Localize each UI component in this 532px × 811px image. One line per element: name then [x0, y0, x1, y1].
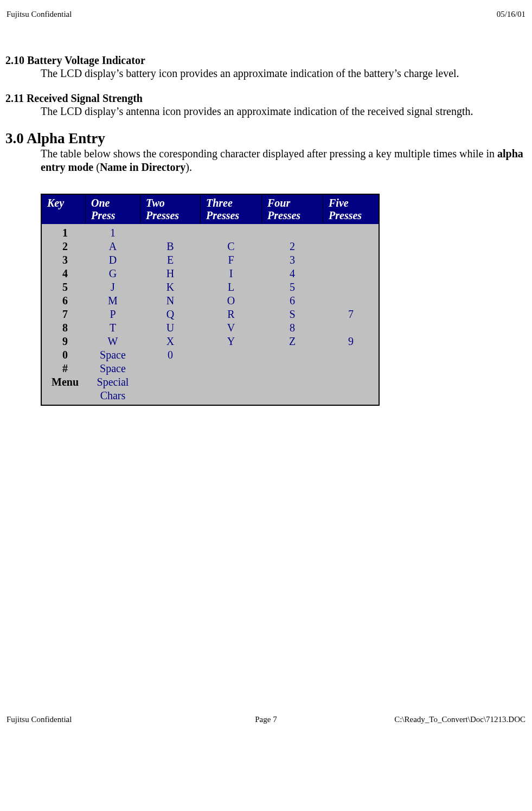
th-five-line2: Presses	[329, 209, 362, 221]
cell-four: S	[262, 308, 323, 321]
header-right: 05/16/01	[497, 10, 525, 19]
cell-four: 6	[262, 294, 323, 308]
cell-two	[140, 375, 201, 405]
alpha-entry-table: Key One Press Two Presses Three Presses	[41, 194, 380, 406]
cell-one: W	[86, 335, 140, 348]
cell-key: 1	[41, 224, 86, 240]
cell-four: 4	[262, 267, 323, 280]
cell-five	[323, 280, 380, 294]
cell-three: F	[201, 253, 262, 267]
cell-key: 2	[41, 240, 86, 253]
cell-one: G	[86, 267, 140, 280]
th-three-line1: Three	[206, 197, 233, 209]
cell-four: 2	[262, 240, 323, 253]
cell-five	[323, 224, 380, 240]
cell-one: M	[86, 294, 140, 308]
cell-one: 1	[86, 224, 140, 240]
page-footer: Fujitsu Confidential Page 7 C:\Ready_To_…	[5, 715, 527, 724]
cell-four	[262, 362, 323, 375]
cell-three	[201, 362, 262, 375]
page-content: 2.10 Battery Voltage Indicator The LCD d…	[5, 54, 527, 406]
table-row: 7 P Q R S 7	[41, 308, 379, 321]
th-two-line1: Two	[146, 197, 165, 209]
cell-five	[323, 348, 380, 362]
cell-three: C	[201, 240, 262, 253]
cell-three	[201, 375, 262, 405]
cell-one: T	[86, 321, 140, 335]
cell-one: P	[86, 308, 140, 321]
cell-one: Space	[86, 348, 140, 362]
section-3-0-body-bold2: Name in Directory	[100, 161, 185, 173]
cell-key: 3	[41, 253, 86, 267]
cell-three	[201, 224, 262, 240]
cell-two	[140, 362, 201, 375]
cell-one: Space	[86, 362, 140, 375]
table-row: 9 W X Y Z 9	[41, 335, 379, 348]
cell-five	[323, 321, 380, 335]
table-header-row: Key One Press Two Presses Three Presses	[41, 194, 379, 224]
cell-key: Menu	[41, 375, 86, 405]
cell-five	[323, 240, 380, 253]
cell-three	[201, 348, 262, 362]
cell-two: E	[140, 253, 201, 267]
cell-four: 8	[262, 321, 323, 335]
th-three: Three Presses	[201, 194, 262, 224]
cell-one: J	[86, 280, 140, 294]
cell-two: Q	[140, 308, 201, 321]
cell-key: 8	[41, 321, 86, 335]
table-row: 8 T U V 8	[41, 321, 379, 335]
th-five: Five Presses	[323, 194, 380, 224]
table-row: 2 A B C 2	[41, 240, 379, 253]
cell-four: 5	[262, 280, 323, 294]
cell-key: 7	[41, 308, 86, 321]
cell-key: 9	[41, 335, 86, 348]
cell-five	[323, 362, 380, 375]
footer-left: Fujitsu Confidential	[7, 715, 180, 724]
page-header: Fujitsu Confidential 05/16/01	[5, 10, 527, 19]
section-3-0-body-post: ).	[185, 161, 192, 173]
alpha-entry-table-wrap: Key One Press Two Presses Three Presses	[41, 194, 527, 406]
table-row: 4 G H I 4	[41, 267, 379, 280]
cell-five: 9	[323, 335, 380, 348]
th-key: Key	[41, 194, 86, 224]
th-four-line1: Four	[267, 197, 290, 209]
cell-one: D	[86, 253, 140, 267]
section-2-10-heading: 2.10 Battery Voltage Indicator	[5, 54, 527, 67]
cell-two: H	[140, 267, 201, 280]
cell-three: R	[201, 308, 262, 321]
cell-three: Y	[201, 335, 262, 348]
th-five-line1: Five	[329, 197, 349, 209]
footer-center: Page 7	[180, 715, 352, 724]
table-row: # Space	[41, 362, 379, 375]
cell-three: O	[201, 294, 262, 308]
section-2-11-heading: 2.11 Received Signal Strength	[5, 92, 527, 105]
cell-key: 0	[41, 348, 86, 362]
cell-one: Special Chars	[86, 375, 140, 405]
table-body: 1 1 2 A B C 2 3 D E	[41, 224, 379, 405]
cell-key: 4	[41, 267, 86, 280]
section-3-0-body-mid: (	[93, 161, 100, 173]
cell-key: 5	[41, 280, 86, 294]
footer-right: C:\Ready_To_Convert\Doc\71213.DOC	[352, 715, 525, 724]
table-row: 0 Space 0	[41, 348, 379, 362]
th-four-line2: Presses	[267, 209, 300, 221]
cell-four: Z	[262, 335, 323, 348]
cell-two: U	[140, 321, 201, 335]
cell-key: #	[41, 362, 86, 375]
cell-one: A	[86, 240, 140, 253]
th-three-line2: Presses	[206, 209, 239, 221]
cell-four	[262, 348, 323, 362]
cell-key: 6	[41, 294, 86, 308]
cell-five	[323, 294, 380, 308]
cell-four	[262, 224, 323, 240]
header-left: Fujitsu Confidential	[7, 10, 72, 19]
cell-three: V	[201, 321, 262, 335]
cell-five	[323, 267, 380, 280]
th-one-line1: One	[91, 197, 110, 209]
section-2-10-body: The LCD display’s battery icon provides …	[41, 67, 527, 80]
cell-five: 7	[323, 308, 380, 321]
cell-three: L	[201, 280, 262, 294]
cell-four: 3	[262, 253, 323, 267]
cell-two	[140, 224, 201, 240]
cell-five	[323, 375, 380, 405]
